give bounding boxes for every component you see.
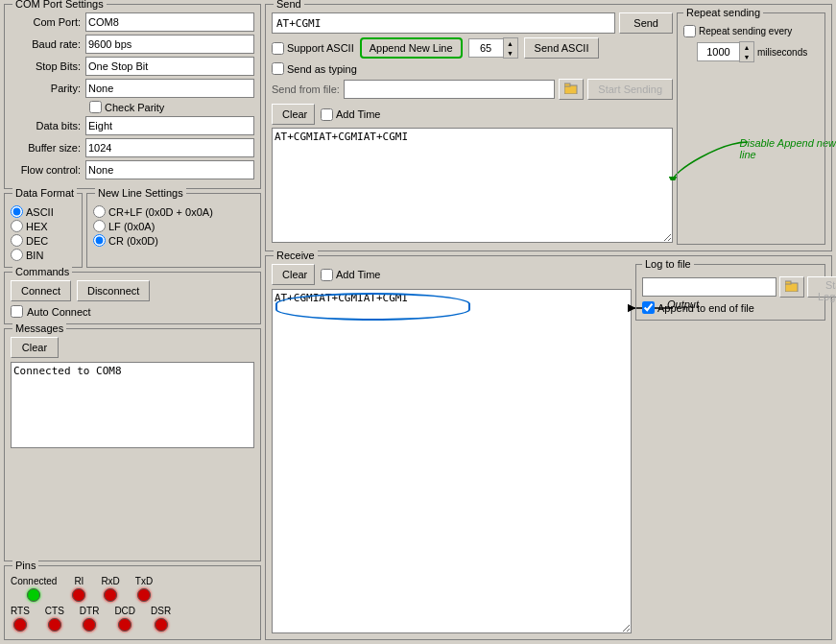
receive-title: Receive [274,250,318,261]
data-format-dec-radio[interactable] [11,234,23,247]
stop-bits-label: Stop Bits: [11,60,85,72]
start-logging-button[interactable]: Start Logging [807,276,836,298]
auto-connect-checkbox[interactable] [11,305,23,318]
start-sending-button[interactable]: Start Sending [587,79,673,100]
disconnect-button[interactable]: Disconnect [77,280,150,301]
data-format-dec-label: DEC [26,235,48,247]
send-as-typing-checkbox[interactable] [272,62,284,75]
newline-crlf-radio[interactable] [93,205,106,218]
pin-dcd-led [118,618,131,632]
ms-spin-up-button[interactable]: ▲ [740,42,753,52]
auto-connect-label: Auto Connect [27,306,91,318]
append-end-of-file-checkbox[interactable] [642,301,655,314]
pin-cts-led [48,618,61,632]
pin-cts-label: CTS [45,606,64,616]
support-ascii-checkbox[interactable] [272,42,284,55]
repeat-sending-checkbox[interactable] [683,25,696,37]
send-add-time-label: Add Time [336,108,380,120]
log-to-file-group: Log to file Start Logging [635,264,825,321]
pin-rts: RTS [11,606,30,632]
flow-control-select[interactable]: None [85,160,254,179]
data-bits-select[interactable]: Eight [85,116,254,135]
send-file-browse-button[interactable] [559,79,584,100]
pin-dsr: DSR [151,606,171,632]
send-button[interactable]: Send [619,12,673,34]
log-file-browse-button[interactable] [779,276,804,298]
pin-ri-label: RI [74,576,84,586]
ms-spin-down-button[interactable]: ▼ [740,52,753,61]
messages-group: Messages Clear Connected to COM8 [4,328,261,561]
connect-button[interactable]: Connect [11,280,71,301]
log-file-input[interactable] [642,277,776,297]
repeat-sending-label: Repeat sending every [699,26,792,36]
check-parity-checkbox[interactable] [89,101,102,113]
data-format-ascii-label: ASCII [26,206,54,218]
newline-cr-radio[interactable] [93,234,106,247]
messages-title: Messages [12,322,66,334]
receive-content-area[interactable]: AT+CGMIAT+CGMIAT+CGMI [272,289,632,633]
repeat-sending-group: Repeat sending Repeat sending every ▲ ▼ [677,12,825,245]
buffer-size-label: Buffer size: [11,142,85,154]
pin-connected: Connected [11,576,57,602]
support-ascii-label-wrap: Support ASCII [272,42,354,55]
send-input[interactable] [272,12,615,34]
messages-clear-button[interactable]: Clear [11,337,59,358]
buffer-size-select[interactable]: 1024 [85,138,254,157]
newline-lf-radio[interactable] [93,220,106,232]
pin-dsr-label: DSR [151,606,171,616]
num-input[interactable] [468,38,503,58]
send-as-typing-wrap: Send as typing [272,62,357,75]
parity-label: Parity: [11,83,85,94]
log-to-file-title: Log to file [642,258,694,270]
send-content-area[interactable]: AT+CGMIAT+CGMIAT+CGMI [272,128,673,243]
svg-rect-3 [785,281,791,284]
spin-down-button[interactable]: ▼ [504,48,517,58]
com-port-settings-title: COM Port Settings [12,0,107,10]
pin-dcd: DCD [114,606,135,632]
baud-rate-label: Baud rate: [11,38,85,50]
send-title: Send [274,0,304,10]
num-spinner: ▲ ▼ [468,37,518,59]
append-end-of-file-label: Append to end of file [657,302,754,314]
support-ascii-label: Support ASCII [287,42,354,54]
send-clear-button[interactable]: Clear [272,104,315,125]
ms-input[interactable] [697,42,739,61]
send-add-time-wrap: Add Time [321,108,380,121]
append-new-line-button[interactable]: Append New Line [360,37,463,59]
data-format-bin-radio[interactable] [11,249,23,261]
pin-connected-label: Connected [11,576,57,586]
parity-select[interactable]: None [85,79,254,98]
messages-textarea[interactable]: Connected to COM8 [11,362,254,448]
data-format-group: Data Format ASCII HEX DEC [4,193,83,268]
spin-up-button[interactable]: ▲ [504,38,517,48]
commands-group: Commands Connect Disconnect Auto Connect [4,272,261,324]
com-port-select[interactable]: COM8 [85,12,254,32]
send-ascii-button[interactable]: Send ASCII [524,37,600,59]
newline-cr-label: CR (0x0D) [108,235,158,247]
log-folder-icon [785,280,799,292]
pin-txd-led [137,588,151,602]
pin-dsr-led [155,618,168,632]
data-bits-label: Data bits: [11,120,85,131]
stop-bits-select[interactable]: One Stop Bit [85,57,254,76]
baud-rate-select[interactable]: 9600 bps [85,35,254,54]
newline-crlf-label: CR+LF (0x0D + 0x0A) [108,206,213,218]
pin-ri: RI [72,576,85,602]
check-parity-label: Check Parity [105,102,164,113]
receive-group: Receive Clear Add Time AT+CGMIAT+CGMIAT+… [265,255,832,640]
send-file-input[interactable] [344,80,555,99]
receive-clear-button[interactable]: Clear [272,264,315,285]
pin-txd: TxD [135,576,153,602]
pin-txd-label: TxD [135,576,153,586]
receive-add-time-label: Add Time [336,269,380,280]
data-format-hex-radio[interactable] [11,220,23,232]
com-port-settings-group: COM Port Settings Com Port: COM8 Baud ra… [4,4,261,189]
repeat-sending-title: Repeat sending [683,7,763,18]
send-from-file-label: Send from file: [272,83,340,95]
data-format-ascii-radio[interactable] [11,205,23,218]
receive-add-time-checkbox[interactable] [321,269,333,281]
folder-icon [564,83,578,94]
new-line-settings-group: New Line Settings CR+LF (0x0D + 0x0A) LF… [86,193,261,268]
send-add-time-checkbox[interactable] [321,108,333,121]
pin-ri-led [72,588,85,602]
